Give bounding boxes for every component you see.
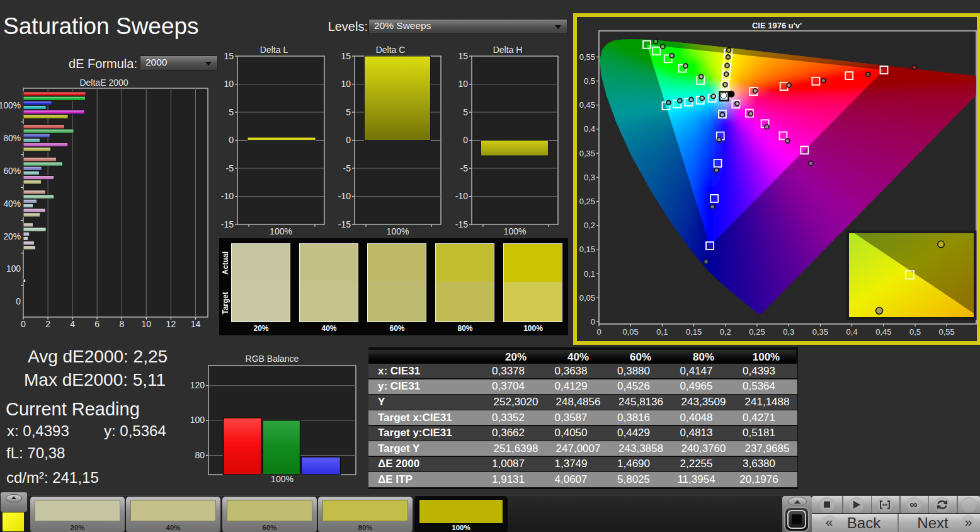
svg-text:0,55: 0,55 xyxy=(579,52,595,62)
svg-text:-10: -10 xyxy=(455,191,468,201)
svg-text:0,15: 0,15 xyxy=(579,245,595,254)
svg-text:-5: -5 xyxy=(343,163,351,173)
svg-text:0,45: 0,45 xyxy=(875,327,891,337)
svg-text:0,1: 0,1 xyxy=(584,269,595,279)
svg-text:4: 4 xyxy=(70,319,75,329)
svg-text:2: 2 xyxy=(45,319,50,329)
svg-text:0: 0 xyxy=(596,327,601,337)
svg-text:-5: -5 xyxy=(226,163,234,173)
svg-text:10: 10 xyxy=(224,79,234,89)
svg-text:0,55: 0,55 xyxy=(939,327,955,337)
svg-text:100%: 100% xyxy=(270,226,292,236)
svg-text:-15: -15 xyxy=(338,219,351,229)
svg-text:100%: 100% xyxy=(0,101,21,110)
svg-text:0: 0 xyxy=(21,319,26,329)
svg-text:5: 5 xyxy=(463,107,468,117)
svg-text:0,2: 0,2 xyxy=(720,327,731,337)
svg-text:10: 10 xyxy=(458,79,468,89)
svg-text:80%: 80% xyxy=(3,134,21,143)
svg-text:Delta L: Delta L xyxy=(260,45,288,55)
svg-text:0,5: 0,5 xyxy=(909,327,921,337)
svg-text:15: 15 xyxy=(224,51,234,61)
svg-text:0,35: 0,35 xyxy=(812,327,828,337)
svg-text:DeltaE 2000: DeltaE 2000 xyxy=(79,78,128,88)
svg-text:0,2: 0,2 xyxy=(584,221,595,230)
svg-text:0,1: 0,1 xyxy=(656,327,668,337)
svg-text:0,3: 0,3 xyxy=(783,327,794,337)
svg-text:-10: -10 xyxy=(338,191,351,201)
svg-text:∞: ∞ xyxy=(909,499,917,511)
svg-text:60%: 60% xyxy=(3,166,21,176)
svg-text:0,25: 0,25 xyxy=(579,197,595,206)
svg-text:Delta H: Delta H xyxy=(493,45,523,55)
svg-text:0,15: 0,15 xyxy=(686,327,702,337)
svg-text:15: 15 xyxy=(341,51,351,61)
svg-text:10: 10 xyxy=(142,319,152,329)
svg-text:120: 120 xyxy=(190,380,205,390)
svg-text:100%: 100% xyxy=(271,474,293,484)
svg-text:100%: 100% xyxy=(387,226,409,236)
svg-text:Delta C: Delta C xyxy=(376,45,406,55)
svg-text:80: 80 xyxy=(195,450,205,460)
svg-text:5: 5 xyxy=(229,107,234,117)
svg-text:0: 0 xyxy=(346,135,351,145)
svg-text:100: 100 xyxy=(190,415,205,425)
svg-text:CIE 1976 u'v': CIE 1976 u'v' xyxy=(752,21,802,30)
svg-text:0,5: 0,5 xyxy=(584,76,595,86)
svg-text:100: 100 xyxy=(6,264,21,274)
svg-text:100%: 100% xyxy=(504,226,527,236)
svg-text:-15: -15 xyxy=(221,219,234,229)
svg-text:0,05: 0,05 xyxy=(623,327,639,337)
svg-text:12: 12 xyxy=(166,319,176,329)
svg-text:0,4: 0,4 xyxy=(584,124,595,134)
svg-text:0,45: 0,45 xyxy=(579,100,595,110)
svg-text:-5: -5 xyxy=(460,163,469,173)
svg-text:0: 0 xyxy=(591,317,595,327)
svg-text:6: 6 xyxy=(94,319,100,329)
svg-text:-15: -15 xyxy=(455,219,468,229)
svg-text:0,35: 0,35 xyxy=(579,149,595,158)
svg-text:10: 10 xyxy=(341,79,351,89)
svg-text:0: 0 xyxy=(229,135,234,145)
svg-text:40%: 40% xyxy=(3,199,21,209)
svg-text:8: 8 xyxy=(119,319,124,329)
svg-text:15: 15 xyxy=(458,51,468,61)
svg-text:RGB Balance: RGB Balance xyxy=(246,354,299,364)
svg-text:5: 5 xyxy=(346,107,351,117)
svg-text:0,4: 0,4 xyxy=(846,327,858,337)
svg-text:0: 0 xyxy=(463,135,468,145)
svg-text:14: 14 xyxy=(191,319,201,329)
svg-text:0: 0 xyxy=(16,297,21,306)
svg-text:0,05: 0,05 xyxy=(579,293,595,303)
svg-text:0,3: 0,3 xyxy=(584,173,595,182)
svg-text:0,25: 0,25 xyxy=(749,327,765,337)
svg-text:20%: 20% xyxy=(3,232,21,241)
svg-text:-10: -10 xyxy=(221,191,234,201)
